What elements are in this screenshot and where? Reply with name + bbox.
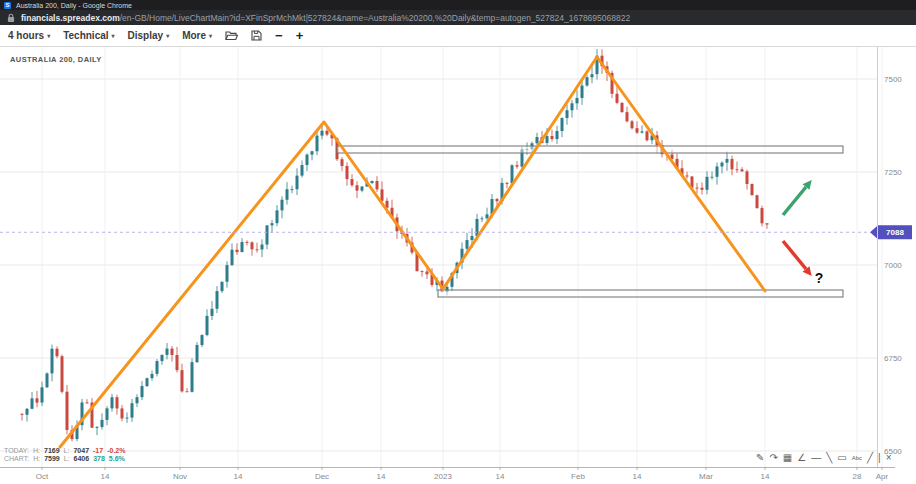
price-chart[interactable]: 7088?75007250700067506500Oct14Nov14Dec14…	[0, 47, 916, 484]
x-axis-label: 14	[101, 472, 110, 481]
x-axis-label: 2023	[434, 472, 452, 481]
axes: 75007250700067506500Oct14Nov14Dec1420231…	[0, 47, 902, 481]
zoom-out-button[interactable]: −	[275, 31, 283, 41]
high-label: H:	[33, 455, 40, 463]
folder-open-icon	[225, 30, 238, 41]
chart-change-pct: 5.6%	[109, 455, 125, 463]
today-change-value: -17	[93, 447, 103, 455]
zoom-in-button[interactable]: +	[296, 31, 304, 41]
y-axis-label: 7000	[884, 261, 902, 270]
technical-menu[interactable]: Technical ▾	[63, 30, 114, 41]
zone-annotation-1[interactable]	[337, 146, 843, 153]
technical-menu-label: Technical	[63, 30, 108, 41]
chart-stats-row: CHART: H: 7599 L: 6406 378 5.6%	[4, 455, 125, 463]
padlock-icon	[7, 13, 15, 23]
display-menu-label: Display	[128, 30, 164, 41]
zone-annotation-2[interactable]	[438, 290, 843, 297]
draw-rectangle-icon[interactable]: ▭	[837, 451, 846, 465]
low-label: L:	[64, 447, 70, 455]
x-axis-label: Apr	[876, 472, 889, 481]
url-text: financials.spreadex.com/en-GB/Home/LiveC…	[21, 13, 630, 23]
chart-change-value: 378	[93, 455, 105, 463]
open-chart-button[interactable]	[225, 30, 238, 41]
today-low-value: 7047	[73, 447, 89, 455]
address-bar[interactable]: financials.spreadex.com/en-GB/Home/LiveC…	[0, 10, 916, 25]
save-icon	[251, 30, 262, 41]
chart-stats: TODAY: H: 7169 L: 7047 -17 -0.2% CHART: …	[4, 447, 125, 463]
instrument-label: AUSTRALIA 200, DAILY	[10, 55, 102, 64]
chevron-down-icon: ▾	[166, 32, 169, 39]
chart-toolbar: 4 hours ▾ Technical ▾ Display ▾ More ▾	[0, 25, 916, 47]
draw-trendline-icon[interactable]: ╲	[826, 451, 832, 465]
y-axis-label: 6750	[884, 354, 902, 363]
svg-text:7088: 7088	[886, 228, 904, 237]
chevron-down-icon: ▾	[209, 32, 212, 39]
x-axis-label: Nov	[173, 472, 187, 481]
drawing-toolbar: ✎↷▦∠—╲▭Abc╱|×	[756, 451, 892, 465]
x-axis-label: 28	[853, 472, 862, 481]
question-mark-annotation[interactable]: ?	[815, 270, 824, 286]
more-menu-label: More	[182, 30, 206, 41]
low-label: L:	[64, 455, 70, 463]
x-axis-label: Feb	[571, 472, 585, 481]
chevron-down-icon: ▾	[47, 32, 50, 39]
x-axis-label: 14	[234, 472, 243, 481]
timeframe-menu-label: 4 hours	[8, 30, 44, 41]
more-menu[interactable]: More ▾	[182, 30, 212, 41]
x-axis-label: 14	[761, 472, 770, 481]
high-label: H:	[33, 447, 40, 455]
spreadex-favicon: S	[4, 2, 11, 9]
bearish-arrow[interactable]	[783, 241, 812, 276]
today-label: TODAY:	[4, 447, 29, 455]
chart-high-value: 7599	[44, 455, 60, 463]
x-axis-label: Mar	[699, 472, 713, 481]
bullish-arrow[interactable]	[783, 180, 812, 215]
y-axis-label: 7500	[884, 75, 902, 84]
x-axis-label: 14	[496, 472, 505, 481]
today-change-pct: -0.2%	[107, 447, 125, 455]
chart-label: CHART:	[4, 455, 29, 463]
save-chart-button[interactable]	[251, 30, 262, 41]
draw-angle-icon[interactable]: ∠	[797, 451, 806, 465]
draw-freehand-icon[interactable]: ↷	[769, 451, 777, 465]
chart-low-value: 6406	[74, 455, 90, 463]
window-title: Australia 200, Daily - Google Chrome	[16, 2, 132, 9]
x-axis-label: 14	[377, 472, 386, 481]
x-axis-label: 14	[633, 472, 642, 481]
window-titlebar[interactable]: S Australia 200, Daily - Google Chrome	[0, 0, 916, 10]
url-domain: financials.spreadex.com	[21, 13, 120, 23]
draw-grid-icon[interactable]: ▦	[783, 451, 792, 465]
draw-text-icon[interactable]: Abc	[852, 451, 862, 465]
browser-window: S Australia 200, Daily - Google Chrome f…	[0, 0, 916, 484]
chevron-down-icon: ▾	[112, 32, 115, 39]
timeframe-menu[interactable]: 4 hours ▾	[8, 30, 50, 41]
today-stats-row: TODAY: H: 7169 L: 7047 -17 -0.2%	[4, 447, 125, 455]
draw-vertical-line-icon[interactable]: |	[878, 451, 881, 465]
url-path: /en-GB/Home/LiveChartMain?id=XFinSprMchM…	[120, 13, 630, 23]
display-menu[interactable]: Display ▾	[128, 30, 170, 41]
today-high-value: 7169	[44, 447, 60, 455]
x-axis-label: Oct	[36, 472, 49, 481]
current-price-badge: 7088	[870, 225, 912, 239]
draw-pointer-icon[interactable]: ✎	[756, 451, 764, 465]
candlesticks[interactable]	[21, 49, 769, 442]
x-axis-label: Dec	[315, 472, 329, 481]
y-axis-label: 7250	[884, 168, 902, 177]
close-drawing-toolbar-icon[interactable]: ×	[886, 451, 892, 465]
draw-horizontal-line-icon[interactable]: —	[811, 451, 821, 465]
draw-diagonal-line-icon[interactable]: ╱	[867, 451, 873, 465]
